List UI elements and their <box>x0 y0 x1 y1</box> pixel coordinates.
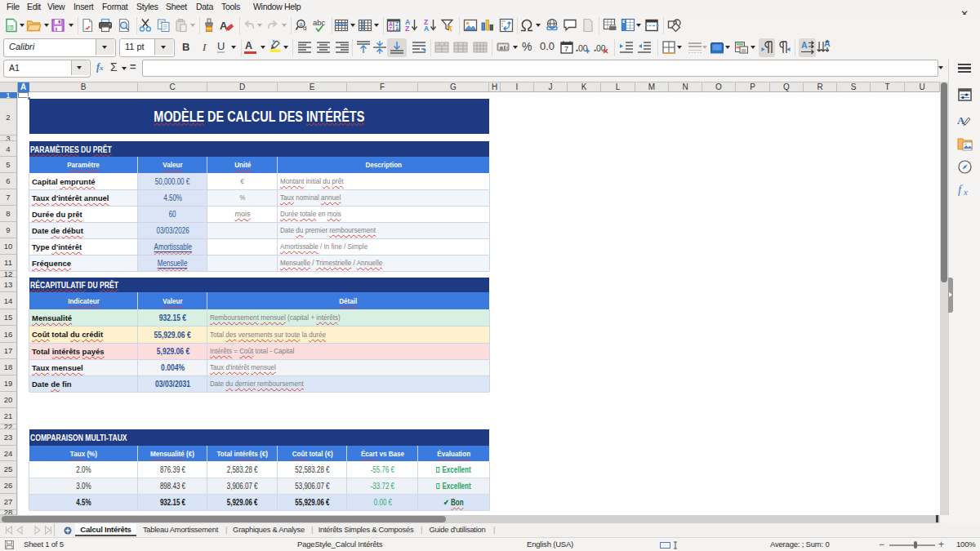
svg-text:A: A <box>424 24 429 33</box>
svg-text:Z: Z <box>389 26 392 32</box>
svg-text:abc: abc <box>313 18 326 27</box>
svg-text:A: A <box>801 40 808 50</box>
svg-text:Z: Z <box>405 24 409 33</box>
svg-text:d: d <box>303 24 306 32</box>
svg-text:A: A <box>395 26 399 32</box>
svg-text:a: a <box>300 21 303 27</box>
svg-text:x: x <box>963 187 968 196</box>
svg-text:7: 7 <box>564 45 568 53</box>
svg-text:f: f <box>958 183 963 196</box>
